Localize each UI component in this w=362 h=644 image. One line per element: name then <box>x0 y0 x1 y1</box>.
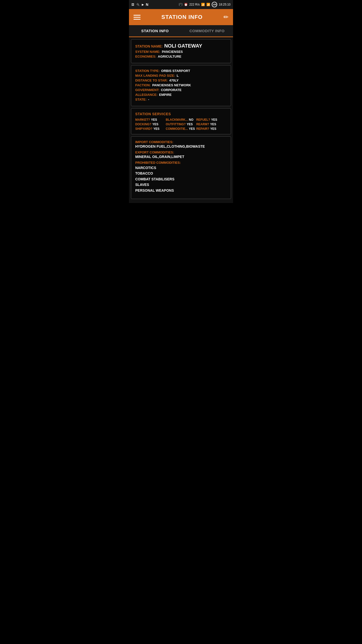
max-landing-row: MAX LANDING PAD SIZE: L <box>135 74 227 77</box>
service-shipyard-val: YES <box>153 127 159 131</box>
toolbar: STATION INFO ✏ <box>129 9 233 25</box>
prohibited-section: PROHIBITED COMMODITIES: NARCOTICS TOBACC… <box>135 161 227 193</box>
tab-commodity-info[interactable]: COMMODITY INFO <box>181 25 233 36</box>
faction-key: FACTION: <box>135 83 151 87</box>
system-name-key: SYSTEM NAME: <box>135 50 160 54</box>
allegiance-row: ALLEGIANCE: EMPIRE <box>135 93 227 97</box>
import-value: HYDROGEN FUEL,CLOTHING,BIOWASTE <box>135 144 227 148</box>
system-name-row: SYSTEM NAME: PANCIENSES <box>135 50 227 54</box>
service-refuel-val: YES <box>211 118 217 122</box>
station-basic-card: STATION NAME: NOLI GATEWAY SYSTEM NAME: … <box>131 39 231 63</box>
allegiance-value: EMPIRE <box>159 93 172 97</box>
prohibited-item-4: SLAVES <box>135 182 227 187</box>
service-rearm-val: YES <box>210 123 216 126</box>
services-grid: MARKET? YES BLACKMARK... NO REFUEL? YES … <box>135 118 227 131</box>
tab-station-info[interactable]: STATION INFO <box>129 25 181 36</box>
prohibited-item-1: NARCOTICS <box>135 165 227 171</box>
service-rearm-key: REARM? <box>196 123 209 126</box>
economies-key: ECONOMIES: <box>135 55 156 58</box>
services-title: STATION SERVICES <box>135 112 227 116</box>
economies-value: AGRICULTURE <box>158 55 182 58</box>
station-name-row: STATION NAME: NOLI GATEWAY <box>135 43 227 49</box>
system-name-value: PANCIENSES <box>162 50 183 54</box>
service-blackmark-val: NO <box>189 118 193 122</box>
station-services-card: STATION SERVICES MARKET? YES BLACKMARK..… <box>131 108 231 134</box>
status-bar-right: 📳 ⏰ 222 R/s 📶 📶 100 18:25:10 <box>179 2 231 7</box>
service-refuel-key: REFUEL? <box>196 118 210 122</box>
service-commodities-key: COMMODITIE... <box>166 127 188 131</box>
government-key: GOVERNMENT: <box>135 88 159 92</box>
usb-icon: 🔌 <box>136 3 140 6</box>
service-refuel: REFUEL? YES <box>196 118 227 122</box>
export-value: MINERAL OIL,GRAIN,LIMPET <box>135 155 227 159</box>
government-row: GOVERNMENT: CORPORATE <box>135 88 227 92</box>
service-market-key: MARKET? <box>135 118 150 122</box>
commodities-card: IMPORT COMMODITIES: HYDROGEN FUEL,CLOTHI… <box>131 136 231 199</box>
prohibited-item-5: PERSONAL WEAPONS <box>135 188 227 193</box>
wifi-icon: 📶 <box>201 3 205 6</box>
edit-button[interactable]: ✏ <box>223 14 229 21</box>
service-docking: DOCKING? YES <box>135 123 166 126</box>
vibrate-icon: 📳 <box>179 3 183 6</box>
alarm-icon: ⏰ <box>184 3 188 6</box>
service-outfitting-val: YES <box>187 123 193 126</box>
battery-icon: 100 <box>212 2 217 7</box>
content-area: STATION NAME: NOLI GATEWAY SYSTEM NAME: … <box>129 37 233 203</box>
max-landing-key: MAX LANDING PAD SIZE: <box>135 74 175 77</box>
state-value: - <box>148 98 149 101</box>
menu-button[interactable] <box>133 15 141 20</box>
state-key: STATE: <box>135 98 147 101</box>
status-bar: 🖼 🔌 ▶ N 📳 ⏰ 222 R/s 📶 📶 100 18:25:10 <box>129 0 233 9</box>
station-name-key: STATION NAME: <box>135 44 163 48</box>
allegiance-key: ALLEGIANCE: <box>135 93 158 97</box>
station-type-key: STATION TYPE: <box>135 69 160 73</box>
import-label: IMPORT COMMODITIES: <box>135 140 227 144</box>
import-section: IMPORT COMMODITIES: HYDROGEN FUEL,CLOTHI… <box>135 140 227 148</box>
economies-row: ECONOMIES: AGRICULTURE <box>135 55 227 58</box>
station-details-card: STATION TYPE: ORBIS STARPORT MAX LANDING… <box>131 65 231 106</box>
play-icon: ▶ <box>142 3 144 6</box>
distance-value: 470LY <box>169 78 178 82</box>
service-blackmark: BLACKMARK... NO <box>166 118 196 122</box>
station-name-value: NOLI GATEWAY <box>164 43 202 49</box>
service-shipyard: SHIPYARD? YES <box>135 127 166 131</box>
distance-key: DISTANCE TO STAR: <box>135 78 168 82</box>
service-market-val: YES <box>151 118 157 122</box>
service-market: MARKET? YES <box>135 118 166 122</box>
service-commodities-val: YES <box>189 127 195 131</box>
government-value: CORPORATE <box>161 88 182 92</box>
service-outfitting-key: OUTFITTING? <box>166 123 186 126</box>
tab-bar: STATION INFO COMMODITY INFO <box>129 25 233 37</box>
service-docking-val: YES <box>152 123 158 126</box>
prohibited-item-3: COMBAT STABILISERS <box>135 176 227 182</box>
distance-row: DISTANCE TO STAR: 470LY <box>135 78 227 82</box>
data-rate: 222 R/s <box>189 3 200 6</box>
service-rearm: REARM? YES <box>196 123 227 126</box>
service-repair-val: YES <box>210 127 216 131</box>
export-label: EXPORT COMMODITIES: <box>135 150 227 154</box>
time: 18:25:10 <box>219 3 231 6</box>
prohibited-label: PROHIBITED COMMODITIES: <box>135 161 227 165</box>
service-repair: REPAIR? YES <box>196 127 227 131</box>
status-bar-left: 🖼 🔌 ▶ N <box>131 3 148 7</box>
signal-icon: 📶 <box>206 3 210 6</box>
station-type-row: STATION TYPE: ORBIS STARPORT <box>135 69 227 73</box>
photo-icon: 🖼 <box>131 3 134 6</box>
n-icon: N <box>146 3 148 7</box>
max-landing-value: L <box>177 74 179 77</box>
service-blackmark-key: BLACKMARK... <box>166 118 188 122</box>
state-row: STATE: - <box>135 98 227 101</box>
toolbar-title: STATION INFO <box>161 14 203 20</box>
service-docking-key: DOCKING? <box>135 123 151 126</box>
faction-row: FACTION: PANCIENSES NETWORK <box>135 83 227 87</box>
prohibited-item-2: TOBACCO <box>135 171 227 176</box>
service-shipyard-key: SHIPYARD? <box>135 127 152 131</box>
faction-value: PANCIENSES NETWORK <box>152 83 191 87</box>
service-commodities: COMMODITIE... YES <box>166 127 196 131</box>
export-section: EXPORT COMMODITIES: MINERAL OIL,GRAIN,LI… <box>135 150 227 159</box>
station-type-value: ORBIS STARPORT <box>161 69 190 73</box>
service-repair-key: REPAIR? <box>196 127 209 131</box>
service-outfitting: OUTFITTING? YES <box>166 123 196 126</box>
